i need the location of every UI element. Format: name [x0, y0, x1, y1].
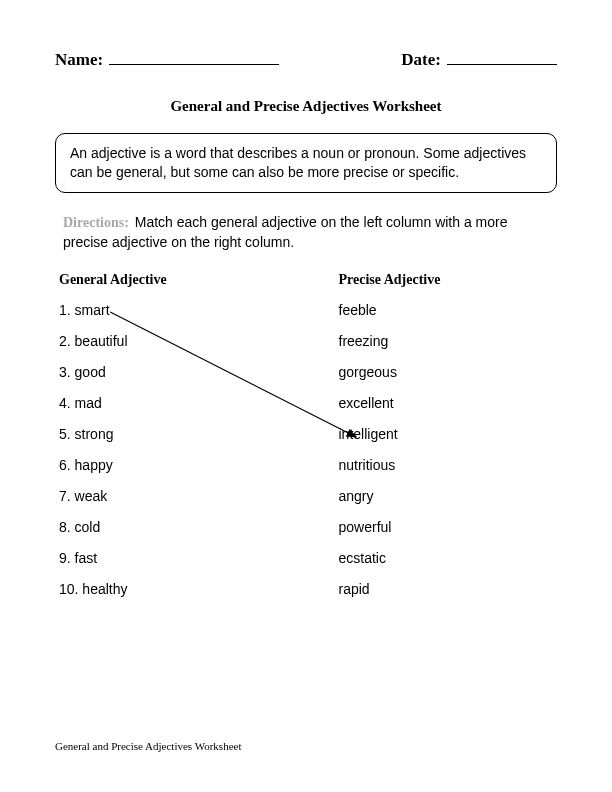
directions-label: Directions: [63, 215, 129, 230]
list-item: 6. happy [59, 457, 274, 473]
list-item: 3. good [59, 364, 274, 380]
name-label: Name: [55, 50, 103, 70]
list-item: powerful [339, 519, 554, 535]
list-item: 7. weak [59, 488, 274, 504]
general-column: General Adjective 1. smart 2. beautiful … [59, 272, 274, 612]
list-item: 5. strong [59, 426, 274, 442]
list-item: rapid [339, 581, 554, 597]
list-item: 2. beautiful [59, 333, 274, 349]
list-item: excellent [339, 395, 554, 411]
name-field: Name: [55, 50, 279, 70]
list-item: nutritious [339, 457, 554, 473]
definition-box: An adjective is a word that describes a … [55, 133, 557, 193]
date-input-line[interactable] [447, 51, 557, 65]
definition-text: An adjective is a word that describes a … [70, 145, 526, 180]
list-item: freezing [339, 333, 554, 349]
list-item: angry [339, 488, 554, 504]
list-item: 9. fast [59, 550, 274, 566]
date-label: Date: [401, 50, 441, 70]
list-item: intelligent [339, 426, 554, 442]
general-column-header: General Adjective [59, 272, 274, 288]
list-item: 10. healthy [59, 581, 274, 597]
name-input-line[interactable] [109, 51, 279, 65]
matching-columns: General Adjective 1. smart 2. beautiful … [55, 272, 557, 612]
precise-column-header: Precise Adjective [339, 272, 554, 288]
worksheet-title: General and Precise Adjectives Worksheet [55, 98, 557, 115]
list-item: ecstatic [339, 550, 554, 566]
list-item: feeble [339, 302, 554, 318]
list-item: 1. smart [59, 302, 274, 318]
precise-column: Precise Adjective feeble freezing gorgeo… [284, 272, 554, 612]
footer-text: General and Precise Adjectives Worksheet [55, 740, 241, 752]
list-item: 8. cold [59, 519, 274, 535]
list-item: gorgeous [339, 364, 554, 380]
directions-block: Directions: Match each general adjective… [55, 213, 557, 252]
date-field: Date: [401, 50, 557, 70]
directions-text: Match each general adjective on the left… [63, 214, 508, 250]
header-row: Name: Date: [55, 50, 557, 70]
list-item: 4. mad [59, 395, 274, 411]
